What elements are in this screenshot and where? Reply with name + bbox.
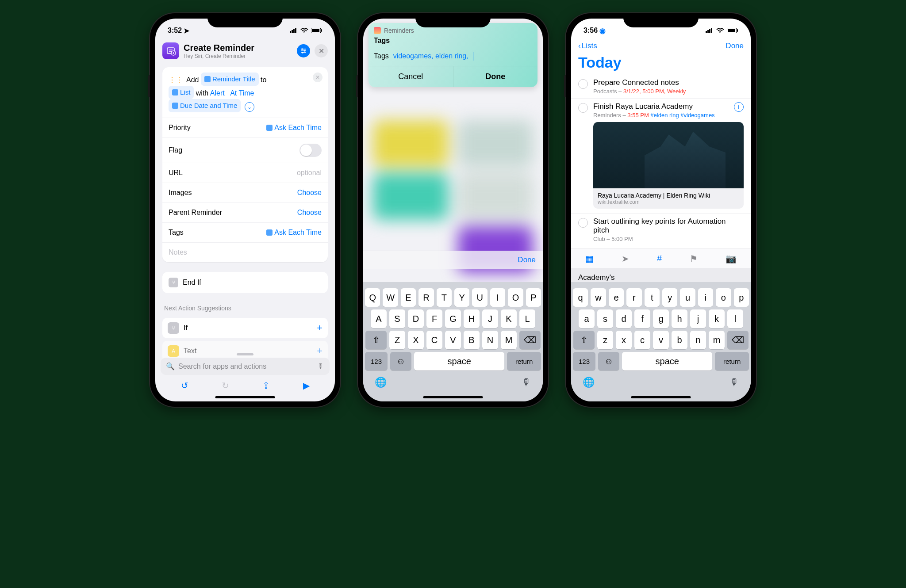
key-d[interactable]: d (616, 309, 632, 328)
space-key[interactable]: space (414, 352, 504, 370)
share-button[interactable]: ⇪ (262, 380, 270, 391)
undo-button[interactable]: ↺ (181, 380, 188, 391)
home-indicator[interactable] (215, 396, 275, 398)
location-icon[interactable]: ➤ (622, 253, 629, 264)
key-e[interactable]: e (609, 288, 624, 307)
collapse-icon[interactable]: ⌄ (245, 102, 254, 112)
tags-field[interactable]: Tags videogames, elden ring, (369, 48, 537, 66)
numbers-key[interactable]: 123 (573, 352, 595, 370)
complete-toggle[interactable] (578, 103, 588, 113)
key-p[interactable]: P (526, 288, 541, 307)
key-a[interactable]: a (579, 309, 595, 328)
key-u[interactable]: U (472, 288, 487, 307)
flag-icon[interactable]: ⚑ (690, 253, 698, 264)
key-o[interactable]: o (716, 288, 731, 307)
home-indicator[interactable] (423, 396, 483, 398)
reminder-title-token[interactable]: Reminder Title (201, 73, 259, 86)
key-c[interactable]: C (426, 331, 442, 349)
add-icon[interactable]: + (317, 322, 322, 334)
notes-field[interactable]: Notes (162, 242, 328, 262)
tag-icon[interactable]: # (657, 253, 662, 264)
key-h[interactable]: h (672, 309, 687, 328)
key-q[interactable]: q (573, 288, 588, 307)
suggestion-if[interactable]: ⑂ If + (162, 318, 328, 338)
complete-toggle[interactable] (578, 79, 588, 89)
key-r[interactable]: R (418, 288, 434, 307)
keyboard-done-bar[interactable]: Done (363, 251, 543, 269)
search-field[interactable]: 🔍 Search for apps and actions 🎙 (161, 358, 330, 375)
reminder-item-editing[interactable]: Finish Raya Lucaria Academy Reminders – … (571, 99, 751, 214)
due-date-token[interactable]: Due Date and Time (169, 99, 241, 112)
key-h[interactable]: H (464, 309, 480, 328)
settings-button[interactable] (297, 44, 310, 57)
reminder-item[interactable]: Start outlining key points for Automatio… (571, 214, 751, 246)
cancel-button[interactable]: Cancel (369, 66, 453, 87)
done-button[interactable]: Done (453, 66, 538, 87)
reminder-item[interactable]: Prepare Connected notes Podcasts – 3/1/2… (571, 75, 751, 99)
key-b[interactable]: b (672, 331, 687, 349)
backspace-key[interactable]: ⌫ (519, 331, 541, 349)
key-k[interactable]: K (501, 309, 517, 328)
key-m[interactable]: M (501, 331, 517, 349)
details-icon[interactable]: ▦ (585, 253, 594, 264)
key-w[interactable]: w (591, 288, 606, 307)
tags-row[interactable]: Tags Ask Each Time (162, 222, 328, 242)
list-token[interactable]: List (169, 86, 194, 99)
key-j[interactable]: J (482, 309, 498, 328)
action-summary[interactable]: ⋮⋮ Add Reminder Title to List with Alert… (162, 67, 328, 118)
parent-reminder-row[interactable]: Parent Reminder Choose (162, 202, 328, 222)
emoji-key[interactable]: ☺ (598, 352, 619, 370)
key-v[interactable]: V (445, 331, 461, 349)
emoji-key[interactable]: ☺ (390, 352, 411, 370)
back-button[interactable]: ‹Lists (578, 42, 597, 50)
images-row[interactable]: Images Choose (162, 183, 328, 202)
key-k[interactable]: k (709, 309, 725, 328)
key-m[interactable]: m (709, 331, 725, 349)
url-row[interactable]: URL optional (162, 163, 328, 183)
link-preview[interactable]: Raya Lucaria Academy | Elden Ring Wiki w… (593, 122, 744, 209)
keyboard[interactable]: QWERTYUIOP ASDFGHJKL ⇧ZXCVBNM⌫ 123 ☺ spa… (363, 282, 543, 401)
key-q[interactable]: Q (365, 288, 380, 307)
return-key[interactable]: return (715, 352, 749, 370)
space-key[interactable]: space (622, 352, 712, 370)
key-s[interactable]: S (389, 309, 405, 328)
key-f[interactable]: f (634, 309, 650, 328)
key-l[interactable]: L (519, 309, 535, 328)
mic-icon[interactable]: 🎙 (317, 363, 324, 370)
close-button[interactable]: ✕ (315, 44, 328, 57)
flag-toggle[interactable] (299, 144, 322, 157)
key-v[interactable]: v (653, 331, 669, 349)
key-z[interactable]: z (597, 331, 613, 349)
complete-toggle[interactable] (578, 218, 588, 228)
key-f[interactable]: F (426, 309, 442, 328)
key-u[interactable]: u (680, 288, 695, 307)
drag-handle[interactable] (237, 353, 253, 355)
key-d[interactable]: D (408, 309, 424, 328)
key-l[interactable]: l (727, 309, 743, 328)
info-button[interactable]: i (734, 102, 744, 112)
camera-icon[interactable]: 📷 (726, 253, 737, 264)
key-g[interactable]: g (653, 309, 669, 328)
key-s[interactable]: s (597, 309, 613, 328)
key-x[interactable]: x (616, 331, 632, 349)
shift-key[interactable]: ⇧ (573, 331, 595, 349)
key-e[interactable]: E (401, 288, 416, 307)
globe-icon[interactable]: 🌐 (375, 377, 387, 388)
key-o[interactable]: O (508, 288, 523, 307)
return-key[interactable]: return (507, 352, 541, 370)
end-if-block[interactable]: ⑂ End If (162, 272, 328, 293)
key-n[interactable]: N (482, 331, 498, 349)
key-w[interactable]: W (383, 288, 398, 307)
key-n[interactable]: n (690, 331, 706, 349)
priority-row[interactable]: Priority Ask Each Time (162, 118, 328, 137)
add-icon[interactable]: + (317, 345, 322, 357)
globe-icon[interactable]: 🌐 (583, 377, 595, 388)
shift-key[interactable]: ⇧ (365, 331, 387, 349)
key-y[interactable]: Y (454, 288, 469, 307)
backspace-key[interactable]: ⌫ (727, 331, 749, 349)
at-time-token[interactable]: At Time (230, 89, 254, 97)
key-y[interactable]: y (662, 288, 677, 307)
key-i[interactable]: I (490, 288, 505, 307)
key-t[interactable]: t (645, 288, 660, 307)
alert-token[interactable]: Alert (210, 89, 225, 97)
